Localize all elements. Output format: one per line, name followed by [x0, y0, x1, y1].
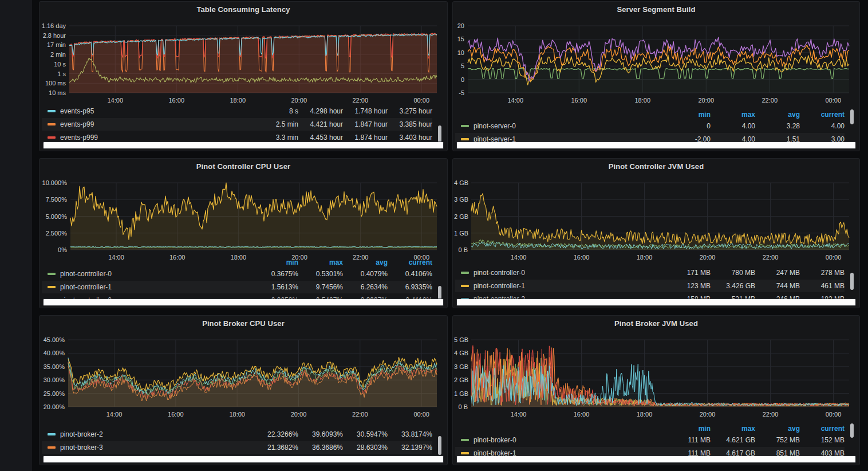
y-axis-tick-label: 10.000% — [41, 179, 67, 186]
legend-value: 3.385 hour — [388, 120, 432, 128]
x-axis-tick-label: 00:00 — [414, 254, 430, 261]
legend-value: 6.2634% — [343, 283, 388, 291]
y-axis-tick-label: 35.00% — [41, 363, 65, 370]
x-axis-tick-label: 22:00 — [352, 97, 368, 104]
panel-pinot-controller-cpu-user: Pinot Controller CPU User10.000%7.500%5.… — [39, 158, 448, 308]
horizontal-scrollbar[interactable] — [43, 456, 444, 463]
y-axis-tick-label: 5 — [454, 62, 464, 69]
legend-series-label[interactable]: pinot-broker-0 — [474, 436, 666, 444]
legend-scrollbar-thumb[interactable] — [850, 423, 854, 438]
y-axis-tick-label: 10 s — [41, 61, 66, 68]
x-axis-tick-label: 20:00 — [291, 411, 307, 418]
legend-value: 30.5947% — [343, 430, 388, 438]
x-axis-tick-label: 22:00 — [763, 254, 779, 261]
y-axis-tick-label: 1 s — [41, 70, 66, 77]
legend-row: pinot-server-004.003.284.00 — [455, 120, 845, 132]
horizontal-scrollbar[interactable] — [456, 299, 856, 306]
grafana-dashboard: { "page": { "background": "#0b0c0e", "le… — [0, 0, 868, 471]
legend-series-label[interactable]: pinot-broker-3 — [60, 443, 254, 452]
legend-series-color-icon — [461, 452, 469, 454]
legend-series-label[interactable]: pinot-server-0 — [474, 122, 666, 130]
legend-series-color-icon — [461, 125, 469, 127]
panel-server-segment-build: Server Segment Build20151050-514:0016:00… — [452, 1, 860, 151]
legend-row: pinot-controller-1123 MB3.426 GB744 MB46… — [455, 280, 845, 292]
x-axis-tick-label: 00:00 — [826, 411, 842, 418]
legend-header-max[interactable]: max — [298, 261, 343, 266]
y-axis-tick-label: 2.500% — [41, 230, 67, 237]
legend: pinot-broker-222.3266%39.6093%30.5947%33… — [40, 418, 447, 456]
legend-series-label[interactable]: events-p95 — [60, 107, 254, 115]
legend-header-max[interactable]: max — [711, 111, 755, 119]
legend-scrollbar-thumb[interactable] — [438, 125, 441, 143]
legend-row: events-p9993.3 min4.453 hour1.874 hour3.… — [42, 131, 432, 142]
y-axis-tick-label: 25.00% — [41, 390, 65, 397]
legend-header-current[interactable]: current — [800, 111, 845, 119]
legend-value: 123 MB — [666, 282, 711, 290]
legend-scrollbar-thumb[interactable] — [438, 436, 441, 455]
y-axis-tick-label: 5.000% — [41, 213, 67, 220]
legend-scrollbar-thumb[interactable] — [850, 273, 854, 290]
y-axis-tick-label: 2 GB — [454, 376, 468, 383]
x-axis-tick-label: 16:00 — [571, 97, 587, 104]
legend-value: 4.00 — [800, 122, 845, 130]
legend-value: 4.453 hour — [298, 134, 343, 142]
legend-header-max[interactable]: max — [711, 425, 755, 433]
legend-series-label[interactable]: pinot-broker-2 — [60, 430, 254, 438]
legend-value: 3.3 min — [254, 134, 298, 142]
y-axis-tick-label: 17 min — [41, 41, 66, 48]
legend-header-min[interactable]: min — [666, 425, 711, 433]
horizontal-scrollbar[interactable] — [456, 456, 856, 463]
legend-scrollbar-thumb[interactable] — [438, 286, 441, 300]
legend-row: pinot-broker-1111 MB4.617 GB851 MB403 MB — [455, 447, 845, 456]
legend-value: 0.4079% — [343, 270, 388, 278]
horizontal-scrollbar[interactable] — [43, 299, 444, 306]
x-axis-tick-label: 14:00 — [107, 97, 123, 104]
legend-series-color-icon — [461, 138, 469, 140]
legend-series-color-icon — [461, 285, 469, 287]
x-axis-tick-label: 16:00 — [169, 254, 186, 261]
legend-header-avg[interactable]: avg — [755, 111, 800, 119]
legend-header-avg[interactable]: avg — [755, 425, 800, 433]
legend-header-avg[interactable]: avg — [343, 261, 388, 266]
legend-row: events-p992.5 min4.421 hour1.847 hour3.3… — [42, 118, 432, 131]
legend-series-color-icon — [461, 272, 469, 274]
legend-value: 33.8174% — [388, 430, 432, 438]
legend-header-current[interactable]: current — [800, 425, 845, 433]
y-axis-tick-label: 0 B — [454, 403, 468, 410]
y-axis-tick-label: 20 — [454, 22, 464, 29]
legend-value: 22.3266% — [254, 430, 298, 438]
legend: events-p958 s4.298 hour1.748 hour3.275 h… — [40, 104, 447, 142]
y-axis-tick-label: 4 GB — [454, 350, 468, 356]
horizontal-scrollbar[interactable] — [456, 142, 856, 149]
y-axis-tick-label: 0 — [454, 76, 464, 83]
legend-value: 2.5 min — [254, 120, 298, 128]
x-axis-tick-label: 18:00 — [229, 411, 245, 418]
legend-header-current[interactable]: current — [388, 261, 432, 266]
horizontal-scrollbar[interactable] — [43, 142, 444, 149]
legend-header-min[interactable]: min — [666, 111, 711, 119]
x-axis-tick-label: 18:00 — [634, 97, 650, 104]
y-axis-tick-label: 15 — [454, 36, 464, 42]
x-axis-tick-label: 00:00 — [826, 254, 842, 261]
legend-series-label[interactable]: pinot-controller-1 — [474, 282, 666, 290]
legend-value: 0.4106% — [388, 270, 432, 278]
legend-value: 461 MB — [800, 282, 845, 290]
legend-series-label[interactable]: pinot-controller-0 — [474, 269, 666, 277]
x-axis-tick-label: 16:00 — [574, 254, 590, 261]
legend-series-label[interactable]: pinot-controller-0 — [60, 270, 254, 278]
x-axis-tick-label: 18:00 — [230, 97, 246, 104]
legend-value: 4.00 — [711, 122, 755, 130]
legend-value: 171 MB — [666, 269, 711, 277]
x-axis-tick-label: 22:00 — [762, 97, 778, 104]
x-axis-tick-label: 16:00 — [168, 97, 184, 104]
legend-series-label[interactable]: events-p99 — [60, 120, 254, 128]
legend-value: 152 MB — [800, 436, 845, 444]
x-axis-tick-label: 00:00 — [413, 411, 429, 418]
legend-header-min[interactable]: min — [254, 261, 298, 266]
legend-row: pinot-broker-321.3682%36.3686%28.6303%32… — [42, 441, 432, 454]
legend-series-color-icon — [48, 433, 56, 435]
legend-series-label[interactable]: events-p999 — [60, 134, 254, 142]
legend-scrollbar-thumb[interactable] — [850, 109, 854, 124]
legend-series-label[interactable]: pinot-controller-1 — [60, 283, 254, 291]
x-axis-tick-label: 16:00 — [574, 411, 590, 418]
